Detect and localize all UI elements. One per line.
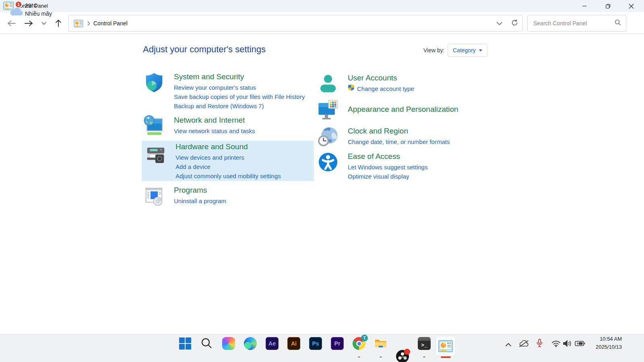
link-optimize-visual-display[interactable]: Optimize visual display [348, 172, 427, 181]
obs-icon[interactable] [396, 350, 409, 362]
system-security-shield-icon[interactable] [143, 72, 165, 93]
system-security-title[interactable]: System and Security [174, 72, 305, 82]
category-appearance-personalization: Appearance and Personalization [317, 99, 478, 121]
clock-region-title[interactable]: Clock and Region [348, 126, 450, 136]
premiere-icon[interactable]: Pr [331, 337, 344, 350]
weather-temperature: 29°C [25, 2, 37, 9]
category-system-and-security: System and Security Review your computer… [143, 72, 314, 111]
address-dropdown-chevron-icon[interactable] [497, 20, 502, 27]
category-user-accounts: User Accounts Chan [317, 73, 478, 95]
file-explorer-icon[interactable] [374, 337, 387, 350]
network-internet-icon[interactable] [143, 115, 165, 137]
category-ease-of-access: Ease of Access Let Windows suggest setti… [317, 151, 478, 181]
link-view-devices-printers[interactable]: View devices and printers [175, 153, 281, 162]
search-icon[interactable] [615, 19, 621, 27]
obs-running-indicator [401, 356, 404, 358]
control-panel-taskbar-button[interactable] [436, 336, 456, 356]
control-panel-icon [438, 340, 453, 352]
restore-button[interactable] [599, 0, 617, 12]
change-account-type-label: Change account type [357, 84, 414, 93]
chrome-profile-badge: T [361, 335, 368, 341]
search-input[interactable] [533, 20, 615, 27]
titlebar[interactable]: Control Panel [0, 0, 644, 12]
ease-of-access-icon[interactable] [317, 151, 339, 173]
close-button[interactable] [622, 0, 640, 12]
view-by-value: Category [453, 47, 476, 53]
taskbar-clock[interactable]: 10:54 AM 2025/10/13 [580, 335, 622, 351]
link-let-windows-suggest[interactable]: Let Windows suggest settings [348, 162, 427, 172]
terminal-glyph: >_ [421, 342, 427, 348]
link-backup-restore-win7[interactable]: Backup and Restore (Windows 7) [174, 101, 305, 111]
control-panel-window: Control Panel [0, 0, 644, 362]
link-add-a-device[interactable]: Add a device [175, 162, 281, 171]
breadcrumb-chevron-icon [87, 21, 90, 26]
notification-badge: 1 [15, 1, 22, 8]
weather-widget[interactable]: 1 29°C Nhiều mây [6, 0, 78, 28]
chrome-icon[interactable]: T [353, 337, 365, 350]
programs-icon[interactable] [143, 185, 165, 207]
appearance-personalization-icon[interactable] [317, 99, 339, 121]
link-view-network-status[interactable]: View network status and tasks [174, 126, 255, 136]
after-effects-label: Ae [268, 340, 276, 347]
photoshop-icon[interactable]: Ps [309, 337, 322, 350]
link-file-history-backup[interactable]: Save backup copies of your files with Fi… [174, 92, 305, 101]
hardware-sound-printer-icon[interactable] [145, 144, 167, 166]
cloud-weather-icon [9, 6, 25, 19]
page-title: Adjust your computer's settings [143, 44, 266, 55]
premiere-label: Pr [334, 340, 341, 347]
illustrator-icon[interactable]: Ai [287, 337, 300, 350]
obs-recording-dot [404, 349, 410, 355]
hardware-sound-title[interactable]: Hardware and Sound [175, 142, 281, 152]
onedrive-paused-icon[interactable] [518, 340, 529, 349]
address-bar[interactable]: Control Panel [68, 15, 522, 32]
edge-icon[interactable] [244, 337, 257, 350]
view-by-dropdown[interactable]: Category [448, 44, 487, 57]
photoshop-label: Ps [312, 340, 319, 347]
category-clock-and-region: Clock and Region Change date, time, or n… [317, 126, 478, 148]
view-by-label: View by: [423, 47, 445, 53]
taskbar-search-button[interactable] [200, 337, 213, 350]
user-accounts-title[interactable]: User Accounts [348, 73, 414, 83]
link-uninstall-a-program[interactable]: Uninstall a program [174, 196, 226, 206]
start-button[interactable] [179, 337, 192, 350]
copilot-icon[interactable] [222, 337, 235, 350]
control-panel-active-indicator [441, 356, 451, 358]
category-hardware-and-sound[interactable]: Hardware and Sound View devices and prin… [142, 141, 314, 181]
terminal-icon[interactable]: >_ [418, 337, 431, 350]
network-internet-title[interactable]: Network and Internet [174, 115, 255, 125]
category-programs: Programs Uninstall a program [143, 185, 314, 207]
microphone-icon[interactable] [537, 339, 543, 350]
volume-icon[interactable] [563, 340, 572, 349]
windows-logo-icon [179, 337, 191, 350]
search-icon [200, 337, 213, 349]
clock-time: 10:54 AM [580, 335, 622, 343]
ease-of-access-title[interactable]: Ease of Access [348, 151, 427, 161]
refresh-icon[interactable] [511, 19, 518, 28]
after-effects-icon[interactable]: Ae [266, 337, 279, 350]
breadcrumb-control-panel[interactable]: Control Panel [93, 20, 128, 27]
search-box[interactable] [527, 15, 626, 32]
wifi-icon[interactable] [551, 340, 561, 349]
programs-title[interactable]: Programs [174, 185, 226, 195]
clock-region-icon[interactable] [317, 126, 339, 148]
link-review-computer-status[interactable]: Review your computer's status [174, 83, 305, 92]
weather-condition: Nhiều mây [25, 10, 52, 17]
illustrator-label: Ai [291, 340, 297, 347]
minimize-button[interactable] [575, 0, 594, 12]
terminal-running-indicator [423, 356, 425, 358]
show-hidden-icons-chevron-icon[interactable] [505, 341, 512, 348]
user-accounts-icon[interactable] [317, 73, 339, 95]
chrome-running-indicator [358, 356, 360, 358]
link-change-account-type[interactable]: Change account type [348, 84, 414, 93]
link-adjust-mobility-settings[interactable]: Adjust commonly used mobility settings [175, 171, 281, 181]
appearance-personalization-title[interactable]: Appearance and Personalization [348, 104, 458, 114]
file-explorer-running-indicator [380, 356, 382, 358]
chevron-down-icon [479, 49, 482, 51]
uac-shield-icon [348, 84, 355, 93]
category-network-and-internet: Network and Internet View network status… [143, 115, 314, 137]
link-change-date-time-formats[interactable]: Change date, time, or number formats [348, 137, 450, 146]
taskbar [0, 334, 644, 362]
clock-date: 2025/10/13 [580, 343, 622, 351]
